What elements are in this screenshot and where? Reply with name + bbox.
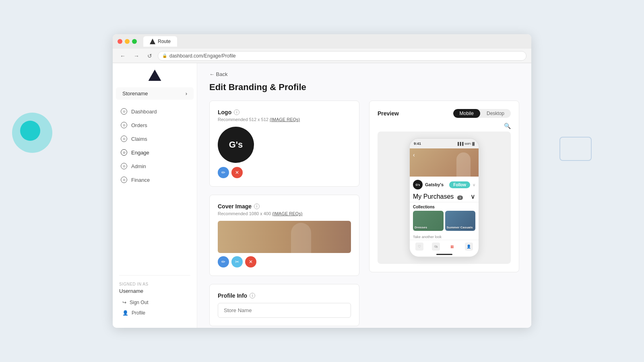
purchases-chevron-icon: ∨ (471, 193, 475, 200)
preview-label: Preview (378, 110, 399, 117)
preview-header: Preview Mobile Desktop (378, 109, 511, 118)
back-link[interactable]: ← Back (209, 71, 519, 77)
cover-image-section: Cover Image i Recommended 1080 x 400 (IM… (209, 195, 359, 276)
cover-rec-text: Recommended 1080 x 400 (IMAGE REQs) (218, 211, 351, 216)
expand-icon: › (186, 90, 187, 97)
signal-icon: ▐▐▐ (456, 142, 463, 146)
profile-info-form (218, 303, 351, 318)
phone-cover-person (456, 152, 471, 177)
sidebar-footer: SIGNED IN AS Username ↪ Sign Out 👤 Profi… (113, 279, 197, 321)
cover-info-icon[interactable]: i (254, 204, 260, 209)
phone-nav-grid[interactable]: ▦ (448, 243, 456, 251)
logo-preview: G's (218, 127, 254, 163)
preview-section: Preview Mobile Desktop 🔍 (369, 101, 519, 272)
decorative-circle-inner (20, 121, 40, 141)
cover-req-link[interactable]: (IMAGE REQs) (272, 211, 302, 216)
sidebar: Storename › ⊙ Dashboard ⊙ Orders ⊙ Claim… (113, 63, 197, 328)
refresh-nav-button[interactable]: ↺ (145, 51, 155, 61)
maximize-button[interactable] (132, 39, 137, 44)
signed-in-label: SIGNED IN AS (119, 282, 190, 286)
sidebar-item-finance[interactable]: ⊙ Finance (113, 173, 197, 187)
phone-store-name: Gatsby's (425, 182, 447, 187)
phone-bottom-nav: ♡ 🛍 ▦ 👤 (410, 240, 479, 254)
cover-crop-button[interactable]: ✂ (231, 256, 243, 267)
sidebar-item-orders[interactable]: ⊙ Orders (113, 118, 197, 132)
dashboard-icon: ⊙ (121, 108, 127, 115)
minimize-button[interactable] (125, 39, 130, 44)
cover-edit-icon: ✏ (221, 259, 225, 265)
mobile-view-button[interactable]: Mobile (453, 109, 480, 118)
finance-icon: ⊙ (121, 177, 127, 183)
sidebar-logo (113, 70, 197, 87)
phone-purchases-row[interactable]: My Purchases 3 ∨ (410, 191, 479, 202)
phone-cover-photo: ‹ (410, 148, 479, 177)
phone-follow-button[interactable]: Follow (449, 181, 470, 188)
sidebar-item-claims[interactable]: ⊙ Claims (113, 132, 197, 146)
delete-icon: ✕ (235, 170, 239, 175)
phone-take-another-look: Take another look (410, 233, 479, 240)
cover-section-label: Cover Image i (218, 203, 351, 210)
profile-button[interactable]: 👤 Profile (119, 308, 190, 318)
cover-actions: ✏ ✂ ✕ (218, 256, 351, 267)
profile-info-icon[interactable]: i (250, 293, 255, 298)
window-controls (118, 39, 137, 44)
phone-home-indicator (436, 254, 452, 255)
decorative-rectangle (559, 137, 592, 161)
orders-label: Orders (131, 122, 147, 128)
sidebar-item-engage[interactable]: ⊙ Engage (113, 146, 197, 159)
battery-icon: ▓ (472, 142, 475, 146)
engage-label: Engage (131, 150, 149, 156)
logo-req-link[interactable]: (IMAGE REQs) (270, 117, 300, 122)
wifi-icon: WiFi (464, 142, 471, 146)
back-link-text: ← Back (209, 71, 228, 77)
view-toggle: Mobile Desktop (453, 109, 511, 118)
tab-label: Route (158, 39, 171, 44)
forward-nav-button[interactable]: → (131, 51, 142, 61)
profile-label: Profile (132, 310, 145, 316)
phone-collections-grid: Dresses Summer Casuals (410, 211, 479, 233)
collection-card-summer[interactable]: Summer Casuals (445, 211, 476, 231)
zoom-icon[interactable]: 🔍 (378, 123, 511, 129)
page-title: Edit Branding & Profile (209, 82, 519, 93)
sidebar-divider (119, 275, 190, 276)
phone-status-bar: 9:41 ▐▐▐ WiFi ▓ (410, 139, 479, 148)
phone-preview-container: 9:41 ▐▐▐ WiFi ▓ ‹ (378, 132, 511, 264)
username-display: Username (119, 288, 190, 294)
sign-out-button[interactable]: ↪ Sign Out (119, 297, 190, 308)
logo-edit-button[interactable]: ✏ (218, 167, 229, 178)
cover-edit-button[interactable]: ✏ (218, 256, 229, 267)
phone-nav-heart[interactable]: ♡ (415, 243, 423, 251)
browser-navbar: ← → ↺ 🔒 dashboard.com/Engage/Profile (113, 49, 531, 63)
claims-label: Claims (131, 136, 147, 142)
left-column: Logo i Recommended 512 x 512 (IMAGE REQs… (209, 101, 359, 326)
sidebar-item-dashboard[interactable]: ⊙ Dashboard (113, 105, 197, 118)
phone-nav-bag[interactable]: 🛍 (432, 243, 440, 251)
phone-profile-row: G's Gatsby's Follow ∨ (410, 177, 479, 191)
storename-selector[interactable]: Storename › (116, 87, 194, 100)
storename-label: Storename (122, 90, 148, 97)
logo-rec-text: Recommended 512 x 512 (IMAGE REQs) (218, 117, 351, 122)
cover-delete-button[interactable]: ✕ (245, 256, 256, 267)
admin-label: Admin (131, 163, 146, 169)
close-button[interactable] (118, 39, 122, 44)
engage-icon: ⊙ (121, 149, 127, 156)
address-bar[interactable]: 🔒 dashboard.com/Engage/Profile (158, 51, 526, 61)
collection-dresses-label: Dresses (415, 226, 427, 229)
phone-nav-person[interactable]: 👤 (465, 243, 473, 251)
browser-tab[interactable]: Route (143, 36, 177, 47)
phone-purchases-label: My Purchases 3 (413, 193, 463, 200)
collection-card-dresses[interactable]: Dresses (413, 211, 444, 231)
route-icon (150, 39, 155, 44)
phone-avatar: G's (413, 180, 423, 189)
sidebar-item-admin[interactable]: ⊙ Admin (113, 159, 197, 173)
store-name-input[interactable] (218, 303, 351, 318)
url-text: dashboard.com/Engage/Profile (169, 53, 236, 59)
logo-actions: ✏ ✕ (218, 167, 351, 178)
browser-window: Route ← → ↺ 🔒 dashboard.com/Engage/Profi… (113, 34, 531, 328)
desktop-view-button[interactable]: Desktop (480, 109, 511, 118)
finance-label: Finance (131, 177, 150, 183)
logo-delete-button[interactable]: ✕ (231, 167, 243, 178)
back-nav-button[interactable]: ← (118, 51, 128, 61)
logo-info-icon[interactable]: i (234, 109, 239, 115)
logo-section: Logo i Recommended 512 x 512 (IMAGE REQs… (209, 101, 359, 187)
